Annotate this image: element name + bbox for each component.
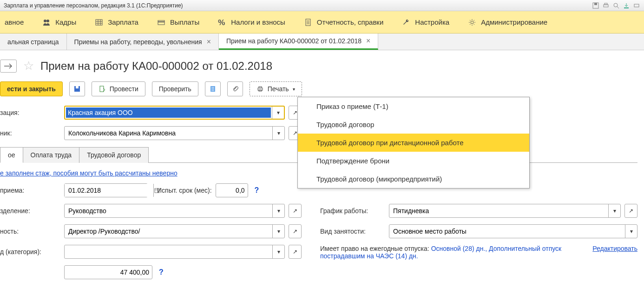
org-label: зация: (0, 109, 60, 116)
nav-zarplata[interactable]: Зарплата (95, 18, 138, 27)
print-button[interactable]: Печать ▾ (250, 81, 302, 96)
emp-field[interactable]: ▾ (64, 126, 285, 140)
probation-input[interactable] (216, 183, 248, 197)
dept-input[interactable] (65, 204, 272, 217)
close-icon[interactable]: × (366, 37, 370, 45)
post-and-close-button[interactable]: ести и закрыть (0, 81, 63, 96)
dropdown-icon[interactable]: ▾ (272, 127, 284, 140)
emp-type-input[interactable] (389, 225, 625, 238)
svg-rect-3 (605, 3, 607, 5)
org-field[interactable]: Красная акация ООО ▾ (64, 106, 285, 120)
subtab-contract[interactable]: Трудовой договор (79, 147, 149, 163)
svg-rect-7 (634, 4, 639, 7)
table-icon (95, 18, 103, 27)
nav-reports[interactable]: Отчетность, справки (304, 18, 383, 27)
svg-rect-30 (259, 87, 262, 88)
search-icon[interactable] (612, 2, 620, 9)
category-input[interactable] (65, 245, 272, 258)
nav-main[interactable]: авное (5, 18, 24, 26)
percent-icon: % (218, 18, 226, 27)
nav-admin[interactable]: Администрирование (468, 18, 547, 27)
open-ref-button[interactable]: ↗ (289, 245, 302, 259)
document-tabs: альная страница Приемы на работу, перево… (0, 34, 644, 50)
app-title: Зарплата и управление персоналом, редакц… (4, 2, 183, 9)
emp-input[interactable] (65, 127, 272, 140)
svg-rect-6 (624, 7, 629, 8)
svg-rect-15 (158, 20, 164, 25)
category-field[interactable]: ▾ (64, 245, 285, 259)
print-menu-contract[interactable]: Трудовой договор (298, 115, 529, 134)
download-icon[interactable] (623, 2, 630, 9)
dept-label: зделение: (0, 207, 60, 215)
emp-label: ник: (0, 129, 60, 137)
svg-line-5 (617, 7, 619, 8)
register-button[interactable] (205, 81, 221, 96)
edit-vacations-link[interactable]: Редактировать (592, 245, 637, 252)
probation-label: Испыт. срок (мес): (157, 187, 212, 194)
svg-point-21 (471, 21, 473, 24)
card-icon (157, 18, 165, 27)
tab-hiring-list[interactable]: Приемы на работу, переводы, увольнения × (67, 34, 219, 50)
org-value: Красная акация ООО (66, 108, 271, 118)
gear-icon (468, 18, 476, 27)
print-menu-reservation[interactable]: Подтверждение брони (298, 152, 529, 170)
chevron-down-icon: ▾ (293, 87, 295, 92)
position-input[interactable] (65, 225, 272, 238)
position-field[interactable]: ▾ (64, 224, 285, 238)
dropdown-icon[interactable]: ▾ (625, 225, 637, 238)
svg-point-8 (44, 20, 46, 22)
dropdown-icon[interactable]: ▾ (272, 107, 284, 119)
schedule-input[interactable] (389, 204, 608, 217)
dropdown-icon[interactable]: ▾ (608, 204, 620, 217)
svg-rect-10 (96, 20, 102, 25)
hire-date-input[interactable] (65, 184, 153, 197)
nav-kadry[interactable]: Кадры (42, 18, 76, 27)
back-button[interactable] (0, 60, 17, 73)
print-icon[interactable] (602, 2, 610, 9)
wrench-icon (402, 18, 410, 27)
page-title: Прием на работу КА00-000002 от 01.02.201… (40, 60, 272, 73)
dept-field[interactable]: ▾ (64, 204, 285, 218)
dropdown-icon[interactable]: ▾ (272, 204, 284, 217)
check-button[interactable]: Проверить (152, 81, 198, 96)
tab-hiring-doc[interactable]: Прием на работу КА00-000002 от 01.02.201… (219, 34, 378, 50)
document-icon (304, 18, 312, 27)
position-label: ность: (0, 228, 60, 235)
save-icon[interactable] (592, 2, 599, 9)
help-icon[interactable]: ? (159, 268, 164, 276)
open-ref-button[interactable]: ↗ (289, 204, 302, 218)
star-icon[interactable]: ☆ (23, 59, 34, 73)
nav-nalogi[interactable]: % Налоги и взносы (218, 18, 285, 27)
tab-home[interactable]: альная страница (0, 34, 67, 50)
print-menu-micro[interactable]: Трудовой договор (микропредприятий) (298, 170, 529, 188)
people-icon (42, 18, 51, 27)
subtab-pay[interactable]: Оплата труда (23, 147, 80, 163)
schedule-field[interactable]: ▾ (389, 204, 621, 218)
print-menu-remote-contract[interactable]: Трудовой договор при дистанционной работ… (298, 134, 529, 152)
upload-icon[interactable] (633, 2, 640, 9)
titlebar: Зарплата и управление персоналом, редакц… (0, 0, 644, 11)
schedule-label: График работы: (320, 207, 385, 215)
open-ref-button[interactable]: ↗ (289, 224, 302, 238)
hire-date-label: приема: (0, 187, 60, 194)
attach-button[interactable] (227, 81, 243, 96)
open-ref-button[interactable]: ↗ (624, 204, 637, 218)
warning-link[interactable]: е заполнен стаж, пособия могут быть расс… (0, 169, 177, 177)
dropdown-icon[interactable]: ▾ (272, 225, 284, 238)
help-icon[interactable]: ? (255, 186, 259, 195)
nav-vyplaty[interactable]: Выплаты (157, 18, 199, 27)
category-label: д (категория): (0, 248, 60, 256)
main-nav: авное Кадры Зарплата Выплаты % Налоги и … (0, 11, 644, 34)
print-menu: Приказ о приеме (Т-1) Трудовой договор Т… (297, 97, 530, 188)
subtab-main[interactable]: ое (0, 147, 23, 163)
salary-input[interactable] (64, 265, 152, 279)
print-menu-t1[interactable]: Приказ о приеме (Т-1) (298, 97, 529, 115)
svg-rect-24 (100, 86, 104, 92)
close-icon[interactable]: × (207, 38, 211, 46)
dropdown-icon[interactable]: ▾ (272, 245, 284, 258)
post-button[interactable]: Провести (92, 81, 145, 96)
nav-settings[interactable]: Настройка (402, 18, 449, 27)
hire-date-field[interactable] (64, 183, 148, 197)
emp-type-field[interactable]: ▾ (389, 224, 637, 238)
save-button[interactable] (69, 81, 85, 96)
